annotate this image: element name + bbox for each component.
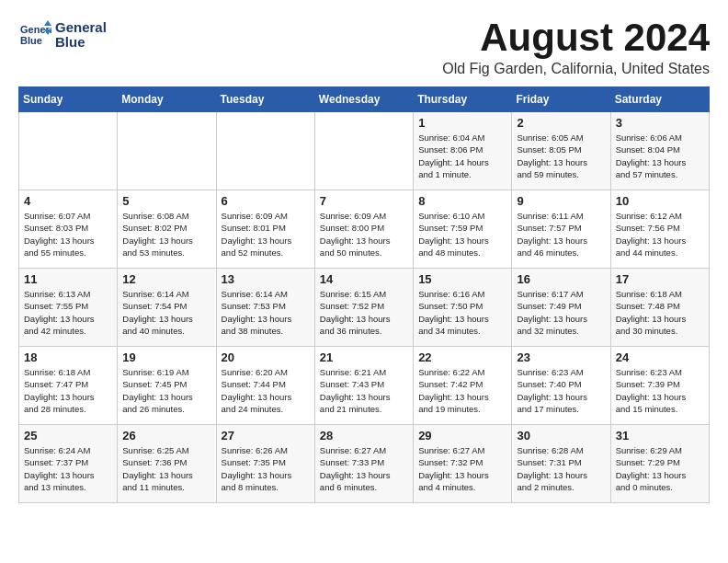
cell-info: Sunrise: 6:27 AM Sunset: 7:33 PM Dayligh…	[320, 444, 408, 493]
cell-info: Sunrise: 6:20 AM Sunset: 7:44 PM Dayligh…	[222, 366, 310, 415]
cell-info: Sunrise: 6:23 AM Sunset: 7:39 PM Dayligh…	[616, 366, 704, 415]
cell-info: Sunrise: 6:18 AM Sunset: 7:47 PM Dayligh…	[24, 366, 112, 415]
day-header-friday: Friday	[512, 87, 610, 112]
day-header-saturday: Saturday	[610, 87, 709, 112]
day-number: 27	[222, 429, 310, 442]
day-number: 18	[24, 350, 112, 364]
cell-info: Sunrise: 6:09 AM Sunset: 8:01 PM Dayligh…	[222, 210, 310, 259]
day-number: 30	[517, 429, 605, 442]
day-header-monday: Monday	[118, 87, 216, 112]
calendar-cell: 7Sunrise: 6:09 AM Sunset: 8:00 PM Daylig…	[314, 190, 413, 269]
calendar-cell: 19Sunrise: 6:19 AM Sunset: 7:45 PM Dayli…	[118, 347, 216, 425]
calendar-cell: 30Sunrise: 6:28 AM Sunset: 7:31 PM Dayli…	[512, 425, 610, 503]
cell-info: Sunrise: 6:26 AM Sunset: 7:35 PM Dayligh…	[222, 444, 310, 493]
calendar-cell: 1Sunrise: 6:04 AM Sunset: 8:06 PM Daylig…	[414, 112, 512, 190]
day-number: 13	[222, 272, 310, 286]
cell-info: Sunrise: 6:29 AM Sunset: 7:29 PM Dayligh…	[616, 444, 704, 493]
day-number: 21	[320, 350, 408, 364]
day-number: 25	[24, 429, 112, 442]
location-title: Old Fig Garden, California, United State…	[442, 61, 710, 77]
calendar-body: 1Sunrise: 6:04 AM Sunset: 8:06 PM Daylig…	[19, 112, 710, 503]
calendar-cell: 15Sunrise: 6:16 AM Sunset: 7:50 PM Dayli…	[414, 269, 512, 347]
calendar-cell: 29Sunrise: 6:27 AM Sunset: 7:32 PM Dayli…	[414, 425, 512, 503]
cell-info: Sunrise: 6:09 AM Sunset: 8:00 PM Dayligh…	[320, 210, 408, 259]
cell-info: Sunrise: 6:12 AM Sunset: 7:56 PM Dayligh…	[616, 210, 704, 259]
calendar-cell: 14Sunrise: 6:15 AM Sunset: 7:52 PM Dayli…	[314, 269, 413, 347]
day-number: 4	[24, 194, 112, 208]
week-row-3: 11Sunrise: 6:13 AM Sunset: 7:55 PM Dayli…	[19, 269, 710, 347]
day-number: 31	[616, 429, 704, 442]
day-number: 16	[517, 272, 605, 286]
calendar-cell: 31Sunrise: 6:29 AM Sunset: 7:29 PM Dayli…	[610, 425, 709, 503]
day-number: 29	[418, 429, 506, 442]
day-number: 24	[616, 350, 704, 364]
week-row-1: 1Sunrise: 6:04 AM Sunset: 8:06 PM Daylig…	[19, 112, 710, 190]
cell-info: Sunrise: 6:17 AM Sunset: 7:49 PM Dayligh…	[517, 288, 605, 337]
day-number: 2	[517, 116, 605, 130]
calendar-cell: 6Sunrise: 6:09 AM Sunset: 8:01 PM Daylig…	[216, 190, 314, 269]
logo-icon: General Blue	[18, 18, 51, 52]
calendar-cell: 13Sunrise: 6:14 AM Sunset: 7:53 PM Dayli…	[216, 269, 314, 347]
day-number: 17	[616, 272, 704, 286]
cell-info: Sunrise: 6:24 AM Sunset: 7:37 PM Dayligh…	[24, 444, 112, 493]
day-number: 6	[222, 194, 310, 208]
cell-info: Sunrise: 6:16 AM Sunset: 7:50 PM Dayligh…	[418, 288, 506, 337]
cell-info: Sunrise: 6:14 AM Sunset: 7:54 PM Dayligh…	[122, 288, 210, 337]
calendar-cell: 5Sunrise: 6:08 AM Sunset: 8:02 PM Daylig…	[118, 190, 216, 269]
calendar-cell: 8Sunrise: 6:10 AM Sunset: 7:59 PM Daylig…	[414, 190, 512, 269]
header-row: SundayMondayTuesdayWednesdayThursdayFrid…	[19, 87, 710, 112]
calendar-cell: 23Sunrise: 6:23 AM Sunset: 7:40 PM Dayli…	[512, 347, 610, 425]
calendar-cell	[19, 112, 118, 190]
calendar-cell: 27Sunrise: 6:26 AM Sunset: 7:35 PM Dayli…	[216, 425, 314, 503]
svg-text:Blue: Blue	[20, 35, 42, 46]
calendar-cell: 18Sunrise: 6:18 AM Sunset: 7:47 PM Dayli…	[19, 347, 118, 425]
calendar-cell: 24Sunrise: 6:23 AM Sunset: 7:39 PM Dayli…	[610, 347, 709, 425]
cell-info: Sunrise: 6:05 AM Sunset: 8:05 PM Dayligh…	[517, 132, 605, 180]
calendar-cell	[314, 112, 413, 190]
cell-info: Sunrise: 6:19 AM Sunset: 7:45 PM Dayligh…	[122, 366, 210, 415]
day-header-sunday: Sunday	[19, 87, 118, 112]
calendar-cell: 12Sunrise: 6:14 AM Sunset: 7:54 PM Dayli…	[118, 269, 216, 347]
day-number: 14	[320, 272, 408, 286]
cell-info: Sunrise: 6:04 AM Sunset: 8:06 PM Dayligh…	[418, 132, 506, 180]
week-row-5: 25Sunrise: 6:24 AM Sunset: 7:37 PM Dayli…	[19, 425, 710, 503]
cell-info: Sunrise: 6:14 AM Sunset: 7:53 PM Dayligh…	[222, 288, 310, 337]
day-number: 8	[418, 194, 506, 208]
calendar-cell: 4Sunrise: 6:07 AM Sunset: 8:03 PM Daylig…	[19, 190, 118, 269]
calendar-cell: 3Sunrise: 6:06 AM Sunset: 8:04 PM Daylig…	[610, 112, 709, 190]
day-number: 22	[418, 350, 506, 364]
day-number: 12	[122, 272, 210, 286]
cell-info: Sunrise: 6:25 AM Sunset: 7:36 PM Dayligh…	[122, 444, 210, 493]
logo: General Blue General Blue	[18, 18, 107, 52]
month-title: August 2024	[442, 18, 710, 57]
cell-info: Sunrise: 6:22 AM Sunset: 7:42 PM Dayligh…	[418, 366, 506, 415]
day-header-thursday: Thursday	[414, 87, 512, 112]
day-number: 1	[418, 116, 506, 130]
day-header-wednesday: Wednesday	[314, 87, 413, 112]
logo-blue: Blue	[55, 35, 107, 51]
calendar-cell: 2Sunrise: 6:05 AM Sunset: 8:05 PM Daylig…	[512, 112, 610, 190]
calendar-cell: 17Sunrise: 6:18 AM Sunset: 7:48 PM Dayli…	[610, 269, 709, 347]
day-number: 19	[122, 350, 210, 364]
week-row-2: 4Sunrise: 6:07 AM Sunset: 8:03 PM Daylig…	[19, 190, 710, 269]
calendar-cell: 10Sunrise: 6:12 AM Sunset: 7:56 PM Dayli…	[610, 190, 709, 269]
title-section: August 2024 Old Fig Garden, California, …	[442, 18, 710, 77]
calendar-cell	[216, 112, 314, 190]
cell-info: Sunrise: 6:08 AM Sunset: 8:02 PM Dayligh…	[122, 210, 210, 259]
day-number: 11	[24, 272, 112, 286]
calendar-cell: 9Sunrise: 6:11 AM Sunset: 7:57 PM Daylig…	[512, 190, 610, 269]
calendar-cell: 16Sunrise: 6:17 AM Sunset: 7:49 PM Dayli…	[512, 269, 610, 347]
calendar-cell: 22Sunrise: 6:22 AM Sunset: 7:42 PM Dayli…	[414, 347, 512, 425]
day-number: 10	[616, 194, 704, 208]
calendar-cell: 25Sunrise: 6:24 AM Sunset: 7:37 PM Dayli…	[19, 425, 118, 503]
cell-info: Sunrise: 6:28 AM Sunset: 7:31 PM Dayligh…	[517, 444, 605, 493]
cell-info: Sunrise: 6:10 AM Sunset: 7:59 PM Dayligh…	[418, 210, 506, 259]
calendar-table: SundayMondayTuesdayWednesdayThursdayFrid…	[18, 86, 710, 503]
cell-info: Sunrise: 6:15 AM Sunset: 7:52 PM Dayligh…	[320, 288, 408, 337]
day-number: 3	[616, 116, 704, 130]
cell-info: Sunrise: 6:18 AM Sunset: 7:48 PM Dayligh…	[616, 288, 704, 337]
page-header: General Blue General Blue August 2024 Ol…	[18, 18, 710, 77]
calendar-cell: 26Sunrise: 6:25 AM Sunset: 7:36 PM Dayli…	[118, 425, 216, 503]
day-number: 15	[418, 272, 506, 286]
cell-info: Sunrise: 6:21 AM Sunset: 7:43 PM Dayligh…	[320, 366, 408, 415]
